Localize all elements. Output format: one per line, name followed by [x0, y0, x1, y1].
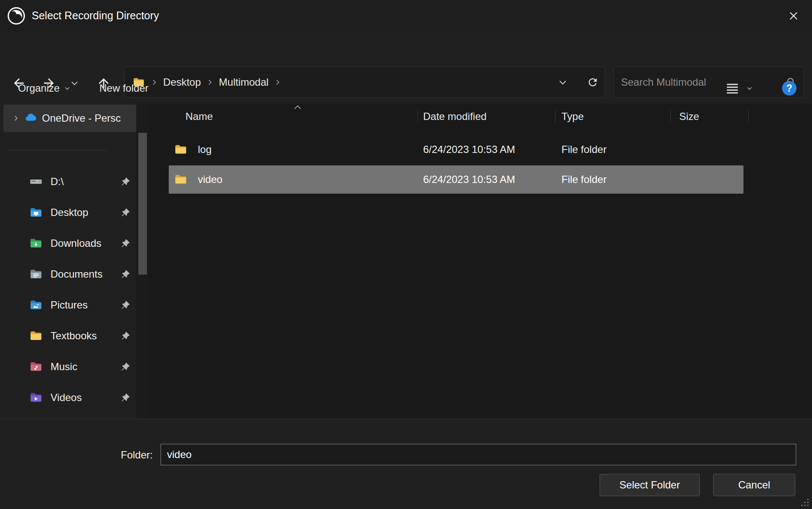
file-row-video[interactable]: video 6/24/2023 10:53 AM File folder [169, 165, 743, 194]
organize-button[interactable]: Organize [18, 72, 71, 104]
sidebar-item-textbooks[interactable]: Textbooks [0, 320, 136, 351]
view-button[interactable] [725, 72, 753, 104]
select-folder-button[interactable]: Select Folder [600, 474, 700, 496]
folder-icon [174, 143, 188, 156]
pushpin-icon [120, 207, 131, 218]
file-type: File folder [555, 144, 671, 156]
command-bar: Organize New folder ? [0, 72, 812, 104]
list-view-icon [725, 81, 740, 96]
file-date-modified: 6/24/2023 10:53 AM [418, 174, 555, 186]
sidebar-item-label: Downloads [51, 237, 102, 249]
sidebar-quick-access-list: D:\ Desktop Downloads [0, 166, 136, 413]
sidebar-item-label: Desktop [51, 207, 88, 219]
column-header-date-modified[interactable]: Date modified [418, 104, 555, 129]
music-folder-icon [29, 360, 43, 374]
column-header-size[interactable]: Size [671, 104, 749, 129]
folder-label: Folder: [121, 449, 153, 461]
dialog-content: OneDrive - Persc D:\ De [0, 104, 812, 419]
file-type: File folder [555, 174, 671, 186]
new-folder-button[interactable]: New folder [99, 72, 149, 104]
drive-icon [29, 175, 43, 189]
file-row-log[interactable]: log 6/24/2023 10:53 AM File folder [169, 135, 743, 164]
onedrive-cloud-icon [24, 111, 38, 125]
sidebar-item-label: Documents [51, 268, 102, 280]
pushpin-icon [120, 330, 131, 341]
sidebar-item-label: Pictures [51, 299, 88, 311]
organize-label: Organize [18, 82, 60, 94]
documents-folder-icon [29, 267, 43, 281]
file-list-pane: Name Date modified Type Size log [149, 104, 812, 419]
sidebar-item-pictures[interactable]: Pictures [0, 290, 136, 320]
sidebar-item-label: OneDrive - Persc [42, 112, 121, 124]
help-button[interactable]: ? [782, 81, 797, 96]
sidebar-item-videos[interactable]: Videos [0, 382, 136, 413]
obs-logo-icon [7, 6, 26, 25]
sidebar-item-label: Music [51, 361, 78, 373]
pushpin-icon [120, 176, 131, 187]
pushpin-icon [120, 361, 131, 372]
help-question-icon: ? [786, 83, 792, 94]
close-button[interactable] [775, 0, 812, 31]
sidebar-item-d-drive[interactable]: D:\ [0, 166, 136, 197]
close-icon [788, 11, 799, 21]
pictures-folder-icon [29, 298, 43, 312]
downloads-folder-icon [29, 237, 43, 250]
navigation-bar: Desktop Multimodal [0, 31, 812, 72]
file-name: video [198, 174, 222, 186]
chevron-down-icon [64, 85, 71, 92]
sidebar-scrollbar[interactable] [136, 104, 149, 419]
pushpin-icon [120, 299, 131, 311]
sidebar-item-label: D:\ [51, 176, 64, 188]
sidebar-item-label: Textbooks [51, 330, 97, 342]
chevron-down-icon [746, 85, 753, 92]
sidebar-divider [9, 150, 106, 150]
navigation-sidebar: OneDrive - Persc D:\ De [0, 104, 136, 419]
column-header-type[interactable]: Type [555, 104, 671, 129]
titlebar: Select Recording Directory [0, 0, 812, 31]
cancel-button[interactable]: Cancel [713, 474, 795, 496]
folder-icon [174, 173, 188, 186]
sidebar-item-documents[interactable]: Documents [0, 259, 136, 290]
window-title: Select Recording Directory [32, 9, 159, 22]
sidebar-item-label: Videos [51, 392, 82, 404]
folder-name-input[interactable] [161, 444, 796, 465]
column-header-name[interactable]: Name [149, 104, 418, 129]
folder-icon [29, 329, 43, 343]
sidebar-item-desktop[interactable]: Desktop [0, 197, 136, 228]
select-recording-directory-dialog: { "window": { "title": "Select Recording… [0, 0, 812, 509]
sidebar-item-onedrive[interactable]: OneDrive - Persc [3, 105, 136, 132]
pushpin-icon [120, 269, 131, 280]
file-date-modified: 6/24/2023 10:53 AM [418, 144, 555, 156]
desktop-folder-icon [29, 206, 43, 219]
sidebar-item-music[interactable]: Music [0, 351, 136, 382]
new-folder-label: New folder [99, 82, 149, 94]
scrollbar-thumb[interactable] [138, 133, 147, 275]
file-name: log [198, 144, 212, 156]
file-list-rows: log 6/24/2023 10:53 AM File folder video… [169, 135, 743, 195]
file-list-header: Name Date modified Type Size [149, 104, 812, 129]
pushpin-icon [120, 238, 131, 249]
videos-folder-icon [29, 391, 43, 404]
resize-grip[interactable] [800, 497, 810, 507]
pushpin-icon [120, 392, 131, 403]
tree-expander-chevron-icon[interactable] [12, 114, 20, 122]
sidebar-item-downloads[interactable]: Downloads [0, 228, 136, 259]
